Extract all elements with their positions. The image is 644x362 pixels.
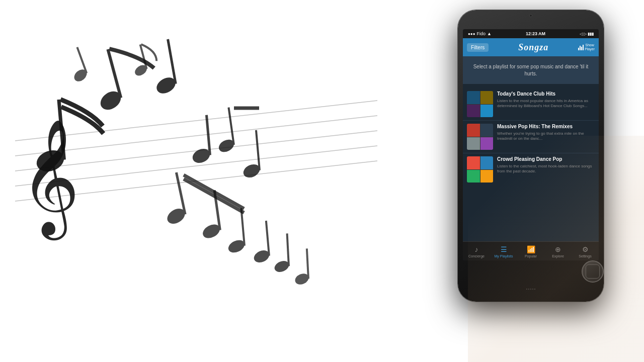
player-bars-icon (578, 44, 584, 50)
explore-icon: ⊕ (555, 245, 561, 253)
thumb-cell (480, 91, 494, 104)
wifi-icon: ▲ (487, 31, 492, 36)
status-icons: ◁ ▷ ▮▮▮ (580, 32, 594, 36)
phone-device: ●●● Fido ▲ 12:23 AM ◁ ▷ ▮▮▮ Filters Song… (458, 10, 604, 302)
popular-label: Popular (525, 254, 537, 258)
signal-bars: ●●● (468, 32, 475, 36)
my-playlists-label: My Playlists (495, 254, 513, 258)
playlist-desc-crowd: Listen to the catchiest, most hook-laden… (497, 164, 595, 174)
playlist-info-crowd: Crowd Pleasing Dance Pop Listen to the c… (497, 156, 595, 174)
playlist-title-crowd: Crowd Pleasing Dance Pop (497, 156, 595, 162)
playlist-info-dance: Today's Dance Club Hits Listen to the mo… (497, 91, 595, 109)
svg-rect-15 (255, 130, 261, 170)
app-header: Filters Songza ShowPlayer (463, 38, 599, 56)
nav-item-concierge[interactable]: ♪ Concierge (463, 244, 490, 259)
speaker-grill (458, 289, 604, 290)
svg-rect-9 (167, 39, 177, 84)
svg-point-32 (34, 147, 67, 175)
svg-point-24 (273, 259, 290, 274)
svg-rect-7 (107, 49, 123, 98)
home-button[interactable] (582, 260, 604, 283)
svg-point-18 (200, 222, 222, 241)
concierge-icon: ♪ (475, 245, 478, 253)
play-icon: ▷ (584, 32, 587, 36)
playlist-item-remixes[interactable]: Massive Pop Hits: The Remixes Whether yo… (463, 121, 599, 153)
svg-point-28 (72, 67, 89, 83)
settings-label: Settings (579, 254, 591, 258)
svg-line-4 (15, 161, 377, 201)
thumb-cell (467, 170, 480, 183)
svg-point-16 (165, 206, 188, 227)
filters-button[interactable]: Filters (467, 43, 489, 52)
playlist-thumb-dance (467, 91, 493, 117)
thumb-cell (467, 91, 480, 104)
playlist-title-dance: Today's Dance Club Hits (497, 91, 595, 97)
svg-rect-31 (139, 44, 148, 69)
location-icon: ◁ (580, 32, 583, 36)
thumb-cell (480, 156, 494, 169)
thumb-cell (467, 105, 480, 118)
thumb-cell (480, 170, 494, 183)
my-playlists-icon: ☰ (501, 245, 507, 253)
svg-line-3 (15, 146, 377, 186)
svg-rect-33 (57, 100, 65, 160)
bottom-nav: ♪ Concierge ☰ My Playlists 📶 Popular ⊕ E… (463, 241, 599, 260)
camera (529, 14, 532, 17)
svg-point-8 (154, 74, 179, 97)
svg-point-26 (293, 272, 310, 286)
thumb-cell (467, 124, 480, 137)
svg-rect-29 (76, 47, 88, 73)
svg-line-0 (15, 101, 377, 141)
playlist-item-crowd[interactable]: Crowd Pleasing Dance Pop Listen to the c… (463, 153, 599, 186)
carrier-name: Fido (477, 31, 486, 36)
popular-icon: 📶 (527, 245, 535, 253)
settings-icon: ⚙ (582, 245, 589, 253)
playlist-desc-dance: Listen to the most popular dance hits in… (497, 99, 595, 109)
nav-item-popular[interactable]: 📶 Popular (517, 244, 544, 259)
svg-point-6 (97, 87, 124, 113)
music-background: 𝄞 (0, 0, 392, 362)
svg-rect-25 (286, 233, 290, 266)
svg-point-20 (226, 238, 247, 255)
thumb-cell (467, 137, 480, 150)
svg-rect-27 (306, 248, 309, 279)
svg-point-14 (242, 162, 262, 180)
svg-rect-19 (213, 190, 221, 230)
concierge-label: Concierge (468, 254, 485, 258)
svg-rect-13 (227, 107, 234, 145)
playlist-info-remix: Massive Pop Hits: The Remixes Whether yo… (497, 124, 595, 142)
svg-point-10 (190, 146, 212, 166)
svg-line-1 (15, 116, 377, 156)
svg-text:𝄞: 𝄞 (20, 121, 79, 241)
playlist-desc-remix: Whether you're trying to go that extra m… (497, 131, 595, 142)
svg-rect-23 (265, 221, 270, 256)
svg-rect-17 (175, 172, 187, 214)
thumb-cell (480, 137, 494, 150)
battery-icon: ▮▮▮ (588, 32, 594, 36)
nav-item-settings[interactable]: ⚙ Settings (572, 244, 599, 259)
thumb-cell (480, 124, 494, 137)
explore-label: Explore (552, 254, 564, 258)
status-bar: ●●● Fido ▲ 12:23 AM ◁ ▷ ▮▮▮ (463, 29, 599, 38)
svg-point-22 (252, 248, 271, 264)
svg-rect-11 (205, 115, 211, 155)
svg-line-2 (15, 131, 377, 171)
carrier-signal: ●●● Fido ▲ (468, 31, 492, 36)
nav-item-my-playlists[interactable]: ☰ My Playlists (490, 244, 517, 259)
playlist-title-remix: Massive Pop Hits: The Remixes (497, 124, 595, 130)
subtitle-content: Select a playlist for some pop music and… (470, 63, 591, 77)
nav-item-explore[interactable]: ⊕ Explore (544, 244, 572, 259)
playlists-container: Today's Dance Club Hits Listen to the mo… (463, 84, 599, 241)
thumb-cell (480, 105, 494, 118)
svg-rect-21 (240, 208, 246, 246)
show-player-button[interactable]: ShowPlayer (578, 43, 595, 52)
home-button-inner (586, 264, 600, 279)
show-player-label: ShowPlayer (585, 43, 595, 52)
playlist-thumb-remix (467, 124, 493, 150)
svg-point-12 (217, 137, 236, 154)
app-title: Songza (518, 42, 548, 53)
svg-point-30 (133, 63, 149, 78)
subtitle-text: Select a playlist for some pop music and… (463, 56, 599, 84)
playlist-item-dance-club[interactable]: Today's Dance Club Hits Listen to the mo… (463, 88, 599, 121)
thumb-cell (467, 156, 480, 169)
